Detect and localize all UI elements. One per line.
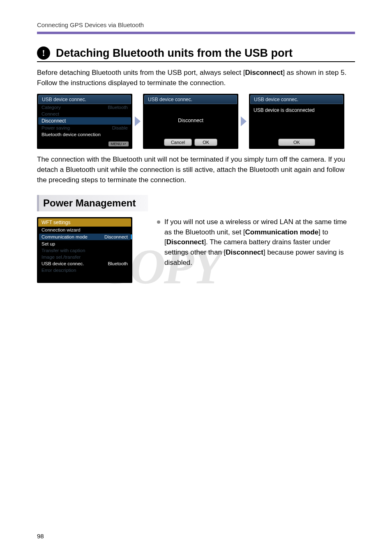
row-label: Image sel./transfer	[42, 255, 81, 259]
screen1-row-btconn: Bluetooth device connection	[38, 131, 131, 138]
row-label: Communication mode	[42, 234, 88, 239]
menu-label: MENU	[111, 142, 122, 146]
wft-row: Error description	[38, 267, 131, 273]
ok-button[interactable]: OK	[278, 139, 315, 146]
arrow-icon	[135, 116, 141, 126]
screen1-body: Category Bluetooth Connect Disconnect Po…	[38, 104, 131, 148]
wft-row: Image sel./transfer	[38, 254, 131, 260]
row-label: Bluetooth device connection	[42, 132, 101, 137]
arrow-icon	[241, 116, 247, 126]
wft-settings-screen: WFT settings Connection wizard Communica…	[37, 217, 132, 283]
power-management-heading: Power Management	[37, 195, 148, 211]
camera-screen-1: USB device connec. Category Bluetooth Co…	[37, 94, 132, 149]
row-label: Connect	[42, 111, 59, 116]
row-label: Connection wizard	[42, 227, 81, 232]
cancel-button[interactable]: Cancel	[164, 139, 192, 146]
bullet-icon	[157, 220, 160, 224]
caution-icon	[37, 46, 50, 60]
wft-row: Set up	[38, 241, 131, 247]
power-management-text: If you will not use a wireless or wired …	[157, 217, 355, 268]
t: Disconnect	[226, 248, 263, 256]
row-label: USB device connec.	[42, 261, 84, 266]
wft-title: WFT settings	[38, 218, 131, 227]
page-number: 98	[37, 533, 44, 540]
row-label: Category	[42, 105, 61, 110]
screen2-title: USB device connec.	[144, 95, 237, 104]
ok-button[interactable]: OK	[194, 139, 217, 146]
running-head: Connecting GPS Devices via Bluetooth	[37, 21, 355, 28]
section-title: Detaching Bluetooth units from the USB p…	[37, 46, 355, 62]
row-value: Disconnect	[104, 234, 128, 239]
wft-row: Connection wizard	[38, 227, 131, 233]
screen1-row-disconnect[interactable]: Disconnect	[38, 117, 131, 125]
t: Communication mode	[245, 228, 319, 236]
camera-screen-3: USB device connec. USB device is disconn…	[249, 94, 344, 149]
post-screens-paragraph: The connection with the Bluetooth unit w…	[37, 155, 355, 185]
screen3-message: USB device is disconnected	[250, 104, 343, 113]
screen1-row-powersaving: Power saving Disable	[38, 125, 131, 131]
screen1-row-category: Category Bluetooth	[38, 104, 131, 111]
screenshot-row: USB device connec. Category Bluetooth Co…	[37, 94, 355, 149]
section-title-text: Detaching Bluetooth units from the USB p…	[56, 47, 293, 60]
row-label: Transfer with caption	[42, 248, 85, 253]
row-label: Power saving	[42, 125, 70, 130]
row-value: Bluetooth	[108, 105, 128, 110]
camera-screen-2: USB device connec. Disconnect Cancel OK	[143, 94, 238, 149]
row-label: Set up	[42, 241, 55, 246]
wft-row: Transfer with caption	[38, 247, 131, 254]
screen3-buttons: OK	[250, 137, 343, 148]
row-label: Error description	[42, 268, 76, 273]
intro-paragraph: Before detaching Bluetooth units from th…	[37, 68, 355, 88]
sub-heading-wrap: Power Management	[37, 195, 355, 211]
t: Disconnect	[166, 238, 204, 246]
return-icon: ↩	[123, 142, 126, 146]
wft-row-communication-mode[interactable]: Communication mode Disconnect	[39, 234, 130, 240]
menu-button[interactable]: MENU ↩	[108, 141, 129, 146]
row-value: Bluetooth	[108, 261, 128, 266]
intro-pre: Before detaching Bluetooth units from th…	[37, 69, 245, 76]
power-management-section: WFT settings Connection wizard Communica…	[37, 217, 355, 283]
row-label: Disconnect	[42, 118, 66, 124]
screen1-row-connect: Connect	[38, 111, 131, 117]
screen2-buttons: Cancel OK	[144, 137, 237, 148]
row-value: Disable	[112, 125, 128, 130]
wft-row: USB device connec. Bluetooth	[38, 260, 131, 267]
screen1-title: USB device connec.	[38, 95, 131, 104]
screen3-title: USB device connec.	[250, 95, 343, 104]
intro-bold: Disconnect	[245, 69, 283, 76]
header-rule	[37, 32, 355, 34]
screen2-message: Disconnect	[144, 104, 237, 137]
bullet-paragraph: If you will not use a wireless or wired …	[164, 217, 355, 268]
